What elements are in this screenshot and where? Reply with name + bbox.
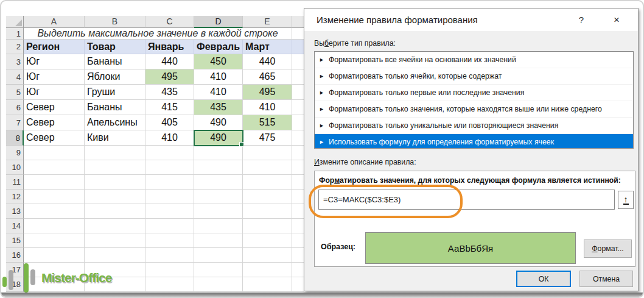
cell-B10[interactable]	[85, 160, 145, 175]
cell-E16[interactable]	[243, 248, 292, 263]
cell-F14[interactable]	[292, 219, 304, 233]
cell-A3[interactable]: Юг	[24, 54, 85, 69]
cell-C6[interactable]: 415	[145, 100, 194, 115]
cell-E17[interactable]	[243, 263, 292, 277]
cell-D14[interactable]	[194, 219, 243, 233]
cell-F5[interactable]	[292, 85, 304, 100]
cell-A10[interactable]	[24, 160, 85, 175]
cell-B9[interactable]	[85, 146, 145, 160]
row-header-10[interactable]: 10	[6, 160, 24, 175]
cell-C14[interactable]	[145, 219, 194, 233]
cell-A15[interactable]	[24, 233, 85, 248]
cell-B13[interactable]	[85, 204, 145, 219]
cell-C15[interactable]	[145, 233, 194, 248]
cell-E10[interactable]	[243, 160, 292, 175]
row-header-13[interactable]: 13	[6, 204, 24, 219]
row-header-3[interactable]: 3	[6, 54, 24, 69]
cell-D11[interactable]	[194, 175, 243, 190]
row-header-14[interactable]: 14	[6, 219, 24, 233]
cell-B11[interactable]	[85, 175, 145, 190]
column-header-C[interactable]: C	[145, 16, 194, 28]
cell-F2[interactable]	[292, 40, 304, 54]
cell-C2[interactable]: Январь	[145, 40, 194, 54]
row-header-5[interactable]: 5	[6, 85, 24, 100]
column-header-A[interactable]: A	[24, 16, 85, 28]
select-all-corner[interactable]	[6, 16, 24, 28]
row-header-1[interactable]: 1	[6, 28, 24, 40]
cell-B14[interactable]	[85, 219, 145, 233]
cell-C17[interactable]	[145, 263, 194, 277]
rule-type-option-6[interactable]: ►Использовать формулу для определения фо…	[315, 134, 633, 149]
cell-E5[interactable]: 495	[243, 85, 292, 100]
cell-E8[interactable]: 475	[243, 130, 292, 146]
cell-A14[interactable]	[24, 219, 85, 233]
cell-F12[interactable]	[292, 190, 304, 204]
ok-button[interactable]: ОК	[516, 271, 571, 287]
cell-F6[interactable]	[292, 100, 304, 115]
row-header-6[interactable]: 6	[6, 100, 24, 115]
column-header-E[interactable]: E	[243, 16, 292, 28]
cell-E13[interactable]	[243, 204, 292, 219]
rule-type-option-1[interactable]: ►Форматировать все ячейки на основании и…	[315, 52, 633, 68]
row-header-12[interactable]: 12	[6, 190, 24, 204]
cell-C11[interactable]	[145, 175, 194, 190]
cell-E18[interactable]	[243, 277, 292, 292]
rule-type-option-4[interactable]: ►Форматировать только значения, которые …	[315, 101, 633, 118]
cell-D6[interactable]: 435	[194, 100, 243, 115]
cell-C10[interactable]	[145, 160, 194, 175]
cell-C4[interactable]: 495	[145, 69, 194, 85]
help-icon[interactable]: ?	[572, 9, 590, 31]
cell-D8[interactable]: 490	[194, 130, 243, 146]
cell-F8[interactable]	[292, 130, 304, 146]
row-header-2[interactable]: 2	[6, 40, 24, 54]
cell-F9[interactable]	[292, 146, 304, 160]
cell-A12[interactable]	[24, 190, 85, 204]
cell-A13[interactable]	[24, 204, 85, 219]
cell-E12[interactable]	[243, 190, 292, 204]
cell-F10[interactable]	[292, 160, 304, 175]
cell-B6[interactable]: Бананы	[85, 100, 145, 115]
sheet-title-cell[interactable]: Выделить максимальное значение в каждой …	[24, 28, 292, 40]
cell-E11[interactable]	[243, 175, 292, 190]
cell-E4[interactable]: 465	[243, 69, 292, 85]
column-header-B[interactable]: B	[85, 16, 145, 28]
cell-A9[interactable]	[24, 146, 85, 160]
cell-D17[interactable]	[194, 263, 243, 277]
cell-E6[interactable]: 410	[243, 100, 292, 115]
cell-F11[interactable]	[292, 175, 304, 190]
cell-D4[interactable]: 410	[194, 69, 243, 85]
row-header-8[interactable]: 8	[6, 130, 24, 146]
cell-B15[interactable]	[85, 233, 145, 248]
collapse-dialog-button[interactable]: ↑	[618, 191, 634, 209]
cell-A5[interactable]: Юг	[24, 85, 85, 100]
cell-D16[interactable]	[194, 248, 243, 263]
cell-F15[interactable]	[292, 233, 304, 248]
cell-F16[interactable]	[292, 248, 304, 263]
cell-C7[interactable]: 405	[145, 115, 194, 130]
cell-C18[interactable]	[145, 277, 194, 292]
cell-A11[interactable]	[24, 175, 85, 190]
cell-C3[interactable]: 440	[145, 54, 194, 69]
cell-D3[interactable]: 450	[194, 54, 243, 69]
rule-type-option-5[interactable]: ►Форматировать только уникальные или пов…	[315, 118, 633, 134]
row-header-9[interactable]: 9	[6, 146, 24, 160]
column-header-D[interactable]: D	[194, 16, 243, 28]
row-header-15[interactable]: 15	[6, 233, 24, 248]
cell-A7[interactable]: Север	[24, 115, 85, 130]
cell-C8[interactable]: 410	[145, 130, 194, 146]
cell-D18[interactable]	[194, 277, 243, 292]
rule-type-option-3[interactable]: ►Форматировать только первые или последн…	[315, 85, 633, 101]
column-header-F[interactable]	[292, 16, 304, 28]
cell-A4[interactable]: Юг	[24, 69, 85, 85]
format-button[interactable]: Формат...	[584, 239, 632, 258]
cell-E14[interactable]	[243, 219, 292, 233]
cell-D7[interactable]: 490	[194, 115, 243, 130]
formula-input[interactable]: =C3=МАКС($C3:$E3)	[318, 190, 615, 210]
cell-C16[interactable]	[145, 248, 194, 263]
row-header-4[interactable]: 4	[6, 69, 24, 85]
cell-D10[interactable]	[194, 160, 243, 175]
close-icon[interactable]: ×	[606, 9, 627, 31]
cell-C12[interactable]	[145, 190, 194, 204]
cell-D5[interactable]: 410	[194, 85, 243, 100]
cell-F4[interactable]	[292, 69, 304, 85]
